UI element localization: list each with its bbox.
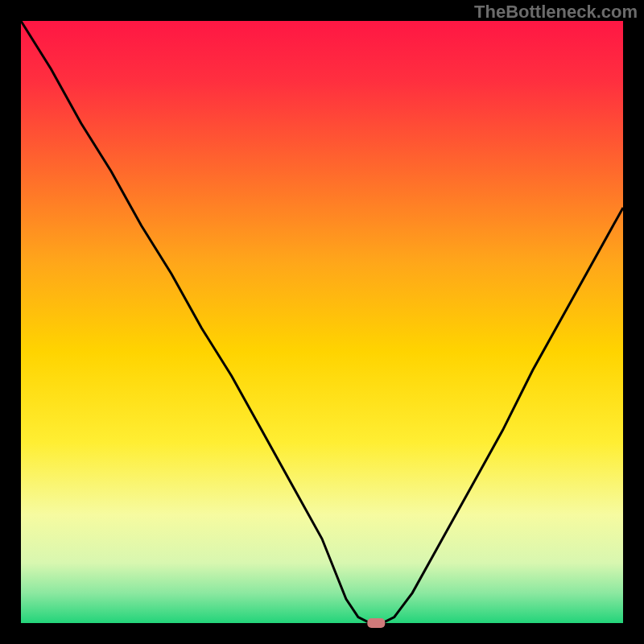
watermark-text: TheBottleneck.com [474,2,638,23]
chart-plot-area [21,21,623,623]
optimal-point-marker [367,618,385,628]
bottleneck-chart [0,0,644,644]
chart-container: TheBottleneck.com [0,0,644,644]
